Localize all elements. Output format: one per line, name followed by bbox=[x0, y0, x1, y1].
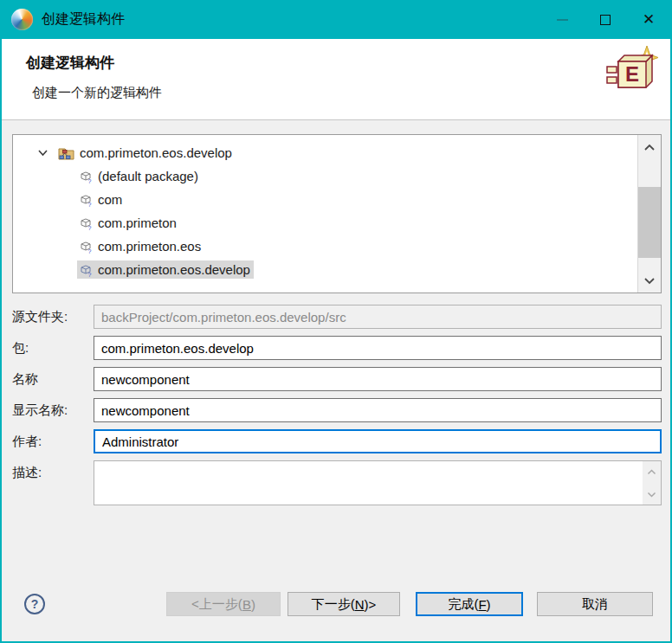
scroll-down-button[interactable] bbox=[643, 487, 661, 501]
tree-node-default-package[interactable]: ? (default package) bbox=[13, 164, 661, 188]
tree-scrollbar[interactable] bbox=[637, 135, 661, 293]
minimize-icon bbox=[557, 19, 568, 21]
svg-text:?: ? bbox=[88, 201, 92, 207]
package-tree: com.primeton.eos.develop ? (default pack… bbox=[12, 134, 662, 293]
package-icon: ? bbox=[79, 193, 93, 207]
package-icon: ? bbox=[79, 240, 93, 254]
app-logo-icon bbox=[11, 9, 33, 30]
scroll-down-button[interactable] bbox=[638, 270, 661, 291]
svg-text:?: ? bbox=[88, 271, 92, 277]
svg-text:?: ? bbox=[88, 248, 92, 254]
cancel-button[interactable]: 取消 bbox=[537, 592, 653, 616]
tree-node-com-primeton[interactable]: ? com.primeton bbox=[13, 211, 661, 235]
source-folder-label: 源文件夹: bbox=[12, 305, 94, 329]
svg-text:?: ? bbox=[88, 177, 92, 183]
chevron-down-icon bbox=[643, 277, 656, 285]
package-icon: ? bbox=[79, 170, 93, 183]
name-field[interactable] bbox=[94, 367, 662, 391]
display-name-field[interactable] bbox=[94, 398, 662, 422]
finish-button[interactable]: 完成(F) bbox=[416, 592, 523, 616]
package-icon: ? bbox=[79, 216, 93, 230]
maximize-icon bbox=[600, 15, 611, 25]
name-label: 名称 bbox=[12, 367, 94, 391]
back-button: <上一步(B) bbox=[166, 592, 281, 616]
next-button[interactable]: 下一步(N)> bbox=[288, 592, 400, 616]
logic-component-icon: E bbox=[606, 44, 660, 100]
tree-node-com-primeton-eos-develop[interactable]: ? com.primeton.eos.develop bbox=[13, 258, 661, 281]
chevron-down-icon[interactable] bbox=[37, 149, 48, 157]
tree-node-label: com.primeton.eos.develop bbox=[80, 145, 232, 160]
author-label: 作者: bbox=[12, 429, 94, 453]
package-label: 包: bbox=[12, 336, 94, 360]
wizard-buttons: <上一步(B) 下一步(N)> 完成(F) 取消 bbox=[166, 592, 653, 616]
component-form: 源文件夹: 包: 名称 显示名称: 作者: 描述: bbox=[12, 305, 662, 512]
tree-node-com-primeton-eos[interactable]: ? com.primeton.eos bbox=[13, 235, 661, 258]
source-folder-field bbox=[94, 305, 662, 329]
maximize-button[interactable] bbox=[584, 0, 627, 39]
create-logic-component-dialog: 创建逻辑构件 ✕ 创建逻辑构件 创建一个新的逻辑构件 E bbox=[0, 0, 672, 643]
chevron-up-icon bbox=[647, 469, 656, 475]
display-name-label: 显示名称: bbox=[12, 398, 94, 422]
svg-text:E: E bbox=[625, 62, 639, 86]
tree-node-com[interactable]: ? com bbox=[13, 188, 661, 211]
page-title: 创建逻辑构件 bbox=[26, 53, 114, 73]
description-scrollbar[interactable] bbox=[643, 461, 661, 505]
tree-node-label: com.primeton.eos.develop bbox=[98, 262, 250, 277]
author-field[interactable] bbox=[94, 429, 662, 453]
description-label: 描述: bbox=[12, 460, 94, 505]
scroll-up-button[interactable] bbox=[643, 465, 661, 479]
minimize-button[interactable] bbox=[540, 0, 584, 39]
help-button[interactable]: ? bbox=[24, 594, 45, 614]
chevron-down-icon bbox=[647, 492, 656, 498]
page-subtitle: 创建一个新的逻辑构件 bbox=[32, 85, 162, 101]
scroll-up-button[interactable] bbox=[638, 137, 661, 158]
help-icon: ? bbox=[31, 597, 39, 611]
close-button[interactable]: ✕ bbox=[627, 0, 670, 39]
tree-node-label: com bbox=[98, 192, 122, 207]
selected-tree-node[interactable]: ? com.primeton.eos.develop bbox=[77, 260, 254, 279]
titlebar: 创建逻辑构件 ✕ bbox=[2, 0, 670, 39]
description-field-container bbox=[94, 460, 662, 505]
package-field[interactable] bbox=[94, 336, 662, 360]
svg-text:?: ? bbox=[88, 224, 92, 230]
tree-node-label: com.primeton.eos bbox=[98, 239, 201, 254]
chevron-up-icon bbox=[643, 144, 656, 151]
close-icon: ✕ bbox=[643, 12, 655, 27]
project-icon bbox=[58, 146, 74, 160]
scrollbar-thumb[interactable] bbox=[638, 187, 661, 258]
tree-node-label: (default package) bbox=[98, 169, 198, 183]
tree-root-project[interactable]: com.primeton.eos.develop bbox=[13, 141, 661, 164]
window-title: 创建逻辑构件 bbox=[42, 10, 125, 29]
tree-node-label: com.primeton bbox=[98, 215, 177, 230]
package-icon: ? bbox=[79, 263, 93, 277]
description-field[interactable] bbox=[94, 461, 643, 505]
wizard-header: 创建逻辑构件 创建一个新的逻辑构件 E bbox=[2, 39, 670, 120]
